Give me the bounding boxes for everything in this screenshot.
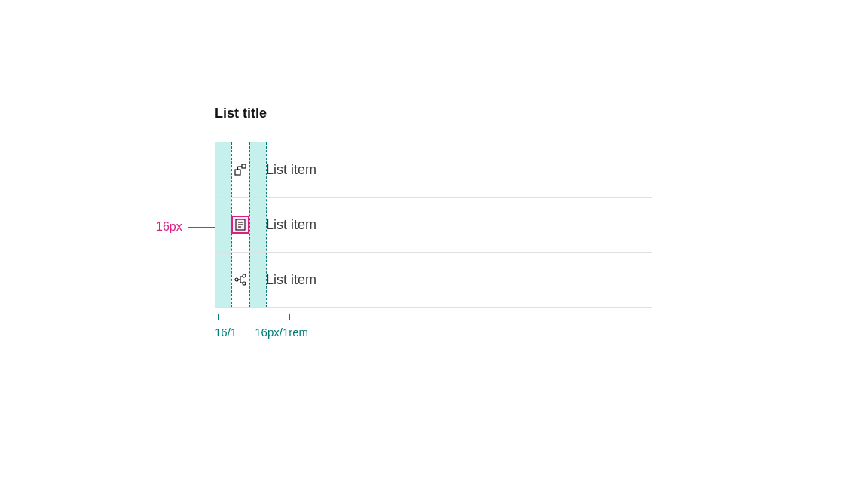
icon-size-label: 16px	[156, 220, 182, 234]
padding-label: 16/1	[215, 326, 237, 339]
list-item-label: List item	[266, 217, 316, 233]
list-item: List item	[215, 253, 652, 308]
bracket-line	[218, 314, 234, 321]
connections-icon	[231, 271, 249, 289]
list: List item List item	[215, 142, 652, 308]
gap-bracket: 16px/1rem	[255, 314, 308, 339]
svg-point-9	[243, 274, 246, 277]
list-item: List item	[215, 142, 652, 198]
svg-rect-1	[242, 164, 246, 168]
svg-point-10	[243, 282, 246, 285]
padding-bracket: 16/1	[215, 314, 237, 339]
svg-rect-0	[235, 170, 240, 175]
svg-point-8	[235, 278, 238, 281]
document-icon	[231, 216, 249, 234]
list-title: List title	[215, 106, 652, 121]
list-item-label: List item	[266, 272, 316, 288]
list-item: List item	[215, 198, 652, 253]
list-wrapper: 16px	[215, 142, 652, 308]
spec-diagram: List title 16px	[215, 106, 652, 308]
spacing-labels: 16/1 16px/1rem	[215, 314, 308, 339]
list-item-label: List item	[266, 162, 316, 178]
bracket-line	[274, 314, 290, 321]
workspace-icon	[231, 161, 249, 179]
gap-label: 16px/1rem	[255, 326, 308, 339]
